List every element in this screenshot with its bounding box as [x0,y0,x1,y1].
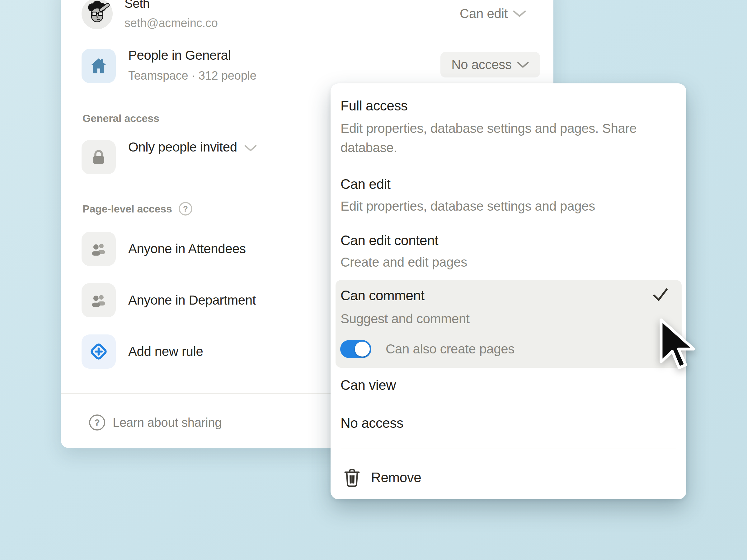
menu-item-description: Suggest and comment [340,309,470,328]
checkmark-icon [651,286,670,304]
teamspace-meta: Teamspace · 312 people [128,69,256,83]
avatar [81,0,113,29]
create-pages-toggle-label: Can also create pages [386,340,515,358]
add-new-rule-button[interactable]: Add new rule [81,335,362,369]
teamspace-permission-label: No access [451,57,511,72]
menu-divider [340,449,676,449]
question-circle-icon[interactable]: ? [178,202,193,216]
mouse-cursor [659,318,698,371]
chevron-down-icon [513,10,526,18]
rule-row-department[interactable]: Anyone in Department [81,283,362,317]
menu-item-can-edit-content[interactable]: Can edit content [340,232,438,249]
general-access-value: Only people invited [128,139,237,156]
menu-item-description: Edit properties, database settings and p… [340,119,678,157]
menu-item-can-comment[interactable]: Can comment [340,287,424,304]
chevron-down-icon [517,61,529,69]
page-level-access-header-row: Page-level access ? [82,202,193,216]
general-access-selector[interactable]: Only people invited [128,130,257,164]
page-background: { "share_panel": { "member": { "name": "… [0,0,747,560]
question-circle-icon: ? [88,414,106,431]
people-icon [89,240,108,258]
toggle-knob [355,342,370,356]
trash-icon [342,467,362,488]
member-permission-dropdown[interactable]: Can edit [460,5,526,22]
people-icon [89,291,108,309]
create-pages-toggle-row: Can also create pages [340,340,515,358]
general-access-header: General access [82,112,159,125]
lock-tile [81,140,116,174]
menu-item-can-edit[interactable]: Can edit [340,176,391,193]
teamspace-name: People in General [128,47,231,64]
member-name: Seth [125,0,150,11]
people-tile [81,232,116,266]
menu-item-description: Create and edit pages [340,252,467,272]
rule-label: Anyone in Attendees [128,240,246,257]
menu-item-description: Edit properties, database settings and p… [340,196,595,216]
menu-item-no-access[interactable]: No access [340,415,403,432]
add-rule-label: Add new rule [128,343,203,360]
chevron-down-icon [244,144,257,152]
permission-menu: Full access Edit properties, database se… [331,83,686,499]
rule-label: Anyone in Department [128,292,256,309]
home-icon [89,56,108,76]
learn-about-sharing-label: Learn about sharing [113,416,222,430]
menu-item-can-view[interactable]: Can view [340,376,396,394]
remove-button[interactable]: Remove [342,467,421,488]
member-permission-label: Can edit [460,6,508,21]
svg-text:?: ? [94,417,100,427]
member-email: seth@acmeinc.co [125,16,218,30]
lock-icon [89,148,108,166]
add-rule-tile [81,335,116,369]
menu-item-full-access[interactable]: Full access [340,97,408,114]
teamspace-permission-dropdown[interactable]: No access [440,52,540,77]
remove-label: Remove [371,470,421,485]
svg-text:?: ? [183,204,188,213]
page-level-access-header: Page-level access [82,203,172,215]
diamond-plus-icon [89,342,109,362]
rule-row-attendees[interactable]: Anyone in Attendees [81,232,362,266]
people-tile [81,283,116,317]
teamspace-tile [81,49,116,83]
create-pages-toggle[interactable] [340,340,371,358]
learn-about-sharing-link[interactable]: ? Learn about sharing [88,414,222,431]
